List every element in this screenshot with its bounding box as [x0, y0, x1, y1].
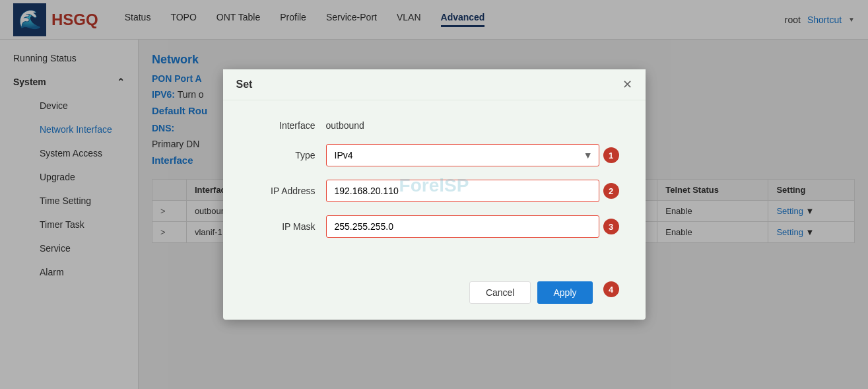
modal-dialog: Set ✕ ForelSP Interface outbound Type IP… [223, 69, 646, 320]
type-field-row: Type IPv4 IPv6 ▼ 1 [250, 144, 619, 166]
ip-address-field-row: IP Address 2 [250, 180, 619, 202]
modal-header: Set ✕ [223, 69, 646, 100]
ip-mask-label: IP Mask [250, 221, 316, 232]
step-badge-2: 2 [603, 183, 619, 199]
type-label: Type [250, 150, 316, 160]
ip-mask-input[interactable] [326, 215, 599, 238]
step-badge-1: 1 [603, 147, 619, 163]
step-badge-3: 3 [603, 219, 619, 234]
type-select[interactable]: IPv4 IPv6 [326, 144, 599, 166]
interface-field-row: Interface outbound [250, 120, 619, 131]
step-badge-4: 4 [603, 281, 619, 297]
cancel-button[interactable]: Cancel [469, 281, 531, 304]
ip-address-label: IP Address [250, 186, 316, 196]
type-select-wrapper: IPv4 IPv6 ▼ [326, 144, 599, 166]
modal-title: Set [236, 79, 253, 90]
interface-value: outbound [326, 120, 364, 131]
ip-address-input[interactable] [326, 180, 599, 202]
interface-label: Interface [250, 120, 316, 131]
ip-mask-field-row: IP Mask 3 [250, 215, 619, 238]
apply-button[interactable]: Apply [537, 281, 592, 304]
modal-overlay[interactable]: Set ✕ ForelSP Interface outbound Type IP… [0, 0, 868, 389]
modal-footer: Cancel Apply 4 [223, 271, 646, 320]
modal-close-button[interactable]: ✕ [622, 79, 632, 90]
modal-body: ForelSP Interface outbound Type IPv4 IPv… [223, 100, 646, 271]
